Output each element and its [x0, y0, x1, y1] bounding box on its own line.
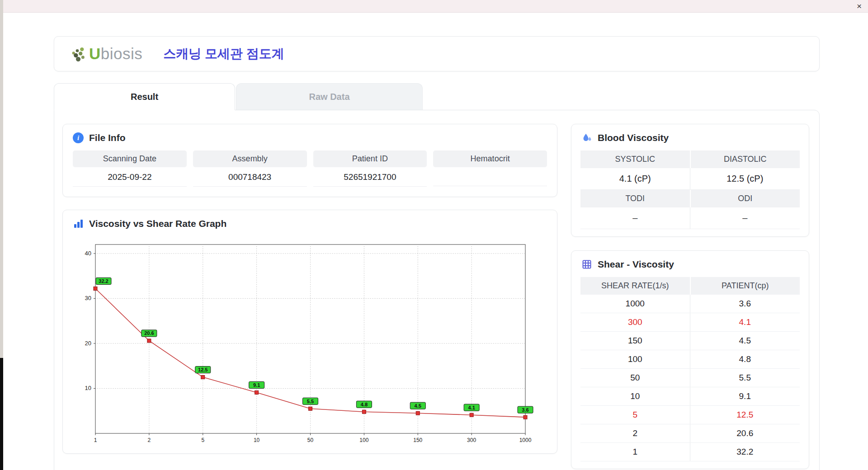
logo-text-rest: biosis: [101, 45, 142, 62]
svg-text:1000: 1000: [519, 437, 532, 443]
file-info-fields: Scanning Date 2025-09-22 Assembly 000718…: [63, 149, 557, 197]
tab-raw-data[interactable]: Raw Data: [236, 83, 423, 110]
page-title: 스캐닝 모세관 점도계: [163, 45, 284, 62]
shear-rate-cell: 50: [580, 369, 690, 387]
svg-text:1: 1: [94, 437, 97, 443]
field-label: Scanning Date: [73, 150, 187, 167]
patient-cell: 4.5: [690, 332, 800, 350]
svg-text:30: 30: [85, 295, 91, 301]
svg-text:5.5: 5.5: [307, 399, 314, 404]
shear-viscosity-card: Shear - Viscosity SHEAR RATE(1/s) PATIEN…: [571, 250, 809, 469]
shear-rate-cell: 150: [580, 332, 690, 350]
graph-title: Viscosity vs Shear Rate Graph: [89, 218, 226, 229]
shear-viscosity-heading: Shear - Viscosity: [571, 251, 809, 275]
shear-row: 150 4.5: [580, 332, 800, 350]
diastolic-value: 12.5 (cP): [690, 168, 800, 190]
logo-dots-icon: [70, 47, 86, 61]
todi-value: –: [580, 207, 690, 229]
svg-text:4.5: 4.5: [415, 403, 421, 409]
desktop-edge-bottom: [0, 358, 3, 470]
svg-text:100: 100: [359, 437, 368, 443]
shear-row: 100 4.8: [580, 350, 800, 369]
right-column: Blood Viscosity SYSTOLIC DIASTOLIC 4.1 (…: [571, 124, 809, 469]
svg-text:9.1: 9.1: [253, 382, 260, 388]
svg-text:40: 40: [85, 250, 91, 257]
blood-viscosity-heading: Blood Viscosity: [571, 124, 809, 149]
svg-text:32.2: 32.2: [99, 278, 108, 284]
shear-rate-cell: 2: [580, 424, 690, 442]
patient-cell: 5.5: [690, 369, 800, 387]
patient-cell: 12.5: [690, 406, 800, 424]
blood-viscosity-table: SYSTOLIC DIASTOLIC 4.1 (cP) 12.5 (cP) TO…: [571, 149, 809, 236]
shear-row: 2 20.6: [580, 424, 800, 443]
field-scanning-date: Scanning Date 2025-09-22: [73, 150, 187, 187]
ubiosis-logo: Ubiosis: [70, 45, 142, 63]
shear-rate-cell: 1000: [580, 295, 690, 313]
field-assembly: Assembly 000718423: [193, 150, 307, 187]
shear-row: 300 4.1: [580, 313, 800, 332]
graph-card: Viscosity vs Shear Rate Graph 1020304012…: [62, 210, 557, 454]
diastolic-label: DIASTOLIC: [691, 150, 800, 168]
field-label: Hematocrit: [433, 150, 547, 167]
app-header: Ubiosis 스캐닝 모세관 점도계: [54, 36, 820, 71]
shear-row: 50 5.5: [580, 369, 800, 387]
blood-viscosity-title: Blood Viscosity: [598, 132, 669, 143]
left-column: i File Info Scanning Date 2025-09-22 Ass…: [62, 124, 557, 469]
shear-row: 1 32.2: [580, 443, 800, 461]
patient-cell: 20.6: [690, 424, 800, 442]
bar-chart-icon: [73, 218, 84, 229]
logo-text: Ubiosis: [89, 45, 142, 63]
patient-cell: 4.8: [690, 350, 800, 368]
patient-cell: 3.6: [690, 295, 800, 313]
close-icon[interactable]: ×: [857, 1, 862, 12]
blood-viscosity-card: Blood Viscosity SYSTOLIC DIASTOLIC 4.1 (…: [571, 124, 809, 237]
app-window: Ubiosis 스캐닝 모세관 점도계 Result Raw Data i Fi…: [3, 13, 868, 470]
field-value: 000718423: [193, 167, 307, 187]
field-patient-id: Patient ID 52651921700: [313, 150, 427, 187]
viscosity-chart: 102030401251050100150300100032.220.612.5…: [75, 235, 546, 448]
shear-row: 10 9.1: [580, 387, 800, 406]
shear-row: 1000 3.6: [580, 295, 800, 313]
shear-rate-cell: 10: [580, 387, 690, 405]
patient-cell: 9.1: [690, 387, 800, 405]
shear-rate-cell: 1: [580, 443, 690, 461]
logo-text-u: U: [89, 45, 101, 62]
todi-label: TODI: [580, 190, 690, 207]
droplet-icon: [581, 132, 592, 143]
shear-viscosity-table: SHEAR RATE(1/s) PATIENT(cp) 1000 3.6 300…: [571, 275, 809, 469]
shear-viscosity-title: Shear - Viscosity: [598, 259, 674, 270]
main-content: Ubiosis 스캐닝 모세관 점도계 Result Raw Data i Fi…: [54, 36, 820, 470]
svg-text:3.6: 3.6: [522, 407, 528, 413]
graph-heading: Viscosity vs Shear Rate Graph: [63, 210, 557, 235]
svg-text:20.6: 20.6: [144, 330, 154, 336]
svg-text:10: 10: [85, 385, 91, 391]
window-titlebar: ×: [0, 0, 868, 13]
odi-label: ODI: [691, 190, 800, 207]
systolic-value: 4.1 (cP): [580, 168, 690, 190]
svg-text:4.8: 4.8: [361, 402, 368, 407]
column-header-shear-rate: SHEAR RATE(1/s): [580, 277, 690, 295]
field-value: 2025-09-22: [73, 167, 187, 187]
column-header-patient: PATIENT(cp): [691, 277, 800, 295]
field-value: 52651921700: [313, 167, 427, 187]
svg-text:50: 50: [307, 437, 314, 443]
systolic-label: SYSTOLIC: [580, 150, 690, 168]
svg-text:5: 5: [201, 437, 204, 443]
content-panel: i File Info Scanning Date 2025-09-22 Ass…: [54, 110, 820, 470]
field-label: Patient ID: [313, 150, 427, 167]
svg-text:150: 150: [413, 437, 422, 443]
file-info-heading: i File Info: [63, 124, 557, 149]
svg-text:300: 300: [467, 437, 476, 443]
svg-text:12.5: 12.5: [198, 367, 208, 372]
table-grid-icon: [581, 259, 592, 270]
svg-text:2: 2: [148, 437, 151, 443]
svg-text:4.1: 4.1: [468, 405, 475, 410]
shear-row: 5 12.5: [580, 406, 800, 424]
patient-cell: 4.1: [690, 313, 800, 331]
svg-text:20: 20: [85, 340, 91, 347]
field-value: [433, 167, 547, 186]
tab-result[interactable]: Result: [54, 83, 235, 110]
patient-cell: 32.2: [690, 443, 800, 461]
tab-bar: Result Raw Data: [54, 83, 820, 110]
file-info-title: File Info: [89, 132, 126, 143]
